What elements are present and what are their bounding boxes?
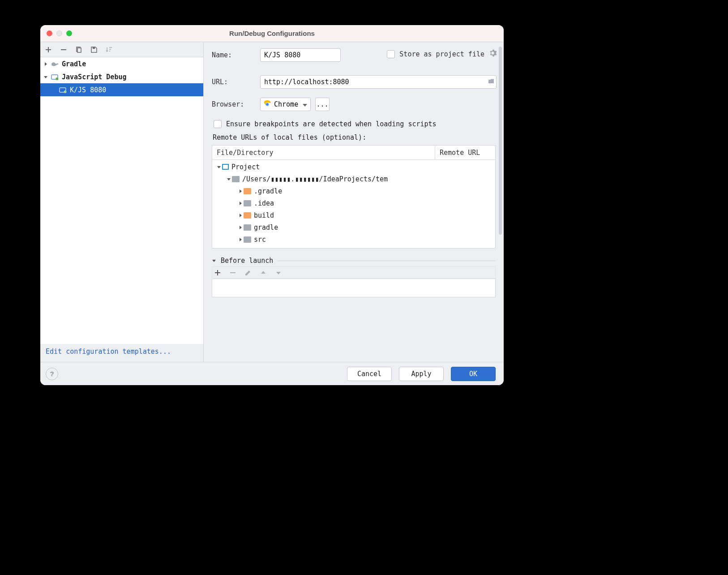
gradle-icon	[51, 61, 59, 67]
tree-node[interactable]: src	[212, 233, 495, 245]
tree-node[interactable]: .gradle	[212, 185, 495, 197]
tree-group-gradle[interactable]: Gradle	[40, 57, 203, 70]
move-up-button[interactable]	[260, 269, 267, 276]
add-task-button[interactable]	[214, 269, 221, 276]
folder-icon	[232, 176, 240, 182]
tree-group-label: Gradle	[62, 60, 86, 68]
tree-node[interactable]: .idea	[212, 197, 495, 209]
window-title: Run/Debug Configurations	[40, 30, 504, 37]
add-config-button[interactable]	[45, 46, 52, 53]
table-col-remote[interactable]: Remote URL	[435, 146, 495, 159]
remove-task-button[interactable]	[229, 269, 236, 276]
run-debug-config-window: Run/Debug Configurations	[40, 25, 504, 385]
chevron-down-icon	[226, 177, 232, 181]
tree-node[interactable]: gradle	[212, 221, 495, 233]
folder-icon	[244, 212, 251, 219]
chevron-right-icon	[237, 225, 244, 230]
tree-group-label: JavaScript Debug	[62, 73, 127, 81]
svg-rect-3	[93, 47, 95, 49]
remote-urls-title: Remote URLs of local files (optional):	[213, 133, 495, 142]
browser-label: Browser:	[212, 100, 260, 108]
jsdebug-icon	[51, 74, 59, 80]
browser-more-button[interactable]: ...	[315, 98, 330, 111]
tree-item-label: K/JS 8080	[70, 86, 106, 94]
ensure-breakpoints-checkbox[interactable]	[214, 120, 222, 128]
dialog-button-bar: ? Cancel Apply OK	[40, 362, 504, 385]
tree-node[interactable]: build	[212, 209, 495, 221]
svg-point-10	[266, 103, 269, 106]
svg-point-7	[64, 90, 67, 93]
project-icon	[222, 164, 229, 170]
ok-button[interactable]: OK	[451, 367, 496, 381]
tree-group-jsdebug[interactable]: JavaScript Debug	[40, 70, 203, 83]
cancel-button[interactable]: Cancel	[347, 367, 392, 381]
copy-config-button[interactable]	[75, 46, 82, 53]
ensure-breakpoints-label: Ensure breakpoints are detected when loa…	[226, 120, 437, 128]
maximize-window-button[interactable]	[66, 30, 72, 36]
folder-icon	[244, 236, 251, 243]
url-label: URL:	[212, 78, 260, 86]
store-project-label: Store as project file	[399, 50, 484, 58]
svg-point-5	[56, 77, 59, 80]
chevron-right-icon	[237, 201, 244, 206]
browse-url-icon[interactable]	[487, 78, 496, 86]
chevron-right-icon	[237, 189, 244, 193]
before-launch-title: Before launch	[221, 257, 273, 265]
jsdebug-icon	[59, 87, 67, 93]
move-down-button[interactable]	[275, 269, 282, 276]
help-button[interactable]: ?	[46, 368, 58, 380]
folder-icon	[244, 188, 251, 194]
chevron-right-icon	[237, 237, 244, 242]
edit-templates-link[interactable]: Edit configuration templates...	[40, 344, 203, 362]
chevron-right-icon	[43, 62, 48, 66]
table-col-file[interactable]: File/Directory	[212, 146, 435, 159]
svg-rect-2	[77, 48, 81, 52]
folder-icon	[244, 224, 251, 231]
chevron-down-icon	[216, 165, 222, 169]
svg-rect-0	[61, 49, 66, 50]
tree-node-project[interactable]: Project	[212, 161, 495, 173]
chrome-icon	[263, 100, 271, 108]
url-input[interactable]	[260, 75, 497, 89]
folder-icon	[244, 200, 251, 206]
tree-item-selected[interactable]: K/JS 8080	[40, 83, 203, 96]
chevron-down-icon	[43, 75, 48, 79]
config-list-toolbar	[40, 42, 203, 57]
gear-icon[interactable]	[489, 49, 497, 59]
chevron-right-icon	[237, 213, 244, 218]
config-list-pane: Gradle JavaScript Debug K/JS 8080	[40, 42, 204, 362]
svg-rect-11	[230, 272, 236, 273]
tree-node-userdir[interactable]: /Users/▮▮▮▮▮.▮▮▮▮▮▮/IdeaProjects/tem	[212, 173, 495, 185]
close-window-button[interactable]	[47, 30, 52, 36]
remote-url-table: File/Directory Remote URL Project	[212, 145, 496, 249]
chevron-down-icon[interactable]	[212, 257, 216, 265]
config-tree[interactable]: Gradle JavaScript Debug K/JS 8080	[40, 57, 203, 344]
apply-button[interactable]: Apply	[399, 367, 444, 381]
scrollbar[interactable]	[499, 47, 502, 235]
name-label: Name:	[212, 51, 260, 59]
traffic-lights	[47, 30, 72, 36]
remove-config-button[interactable]	[60, 46, 67, 53]
minimize-window-button[interactable]	[56, 30, 62, 36]
titlebar: Run/Debug Configurations	[40, 25, 504, 42]
sort-config-button[interactable]	[106, 46, 113, 53]
config-detail-pane: Store as project file Name: URL:	[204, 42, 504, 362]
save-config-button[interactable]	[90, 46, 98, 53]
before-launch-list[interactable]	[212, 279, 496, 297]
before-launch-toolbar	[212, 266, 496, 279]
edit-task-button[interactable]	[244, 269, 252, 276]
store-project-checkbox[interactable]	[387, 50, 395, 58]
name-input[interactable]	[260, 48, 341, 62]
